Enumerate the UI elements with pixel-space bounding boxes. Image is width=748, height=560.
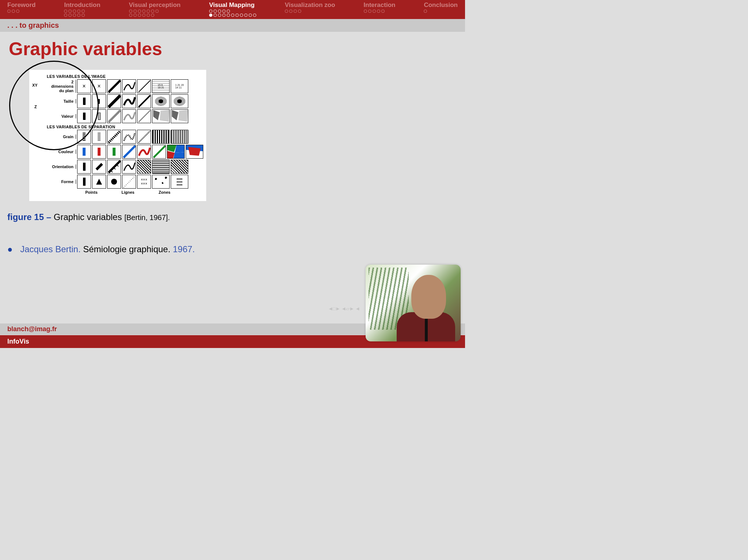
progress-dot xyxy=(424,10,427,13)
reference-author: Jacques Bertin. xyxy=(20,244,80,254)
cell xyxy=(152,160,170,174)
progress-dot xyxy=(231,14,234,17)
cell xyxy=(137,160,151,174)
nav-label: Conclusion xyxy=(424,1,458,9)
progress-dot xyxy=(64,14,67,17)
cell xyxy=(152,109,170,123)
progress-dot xyxy=(209,14,212,17)
nav-item-interaction[interactable]: Interaction xyxy=(364,1,396,17)
progress-dot xyxy=(133,10,137,13)
cell xyxy=(122,175,136,189)
cell xyxy=(137,94,151,108)
cell xyxy=(77,160,91,174)
cell xyxy=(152,175,170,189)
progress-dot xyxy=(368,10,371,13)
progress-dot xyxy=(155,10,159,13)
cell xyxy=(167,145,185,159)
webcam-zipper xyxy=(425,316,428,341)
nav-item-introduction[interactable]: Introduction xyxy=(64,1,100,17)
cell xyxy=(77,130,91,144)
progress-dot xyxy=(129,14,132,17)
cell xyxy=(92,145,106,159)
cell xyxy=(107,130,121,144)
progress-dot xyxy=(73,10,76,13)
figure-caption-text: Graphic variables xyxy=(54,212,122,222)
progress-dot xyxy=(240,14,243,17)
svg-line-2 xyxy=(109,95,120,107)
cell xyxy=(122,79,136,93)
cell xyxy=(77,145,91,159)
cell xyxy=(137,109,151,123)
progress-dot xyxy=(249,14,252,17)
nav-prev-section-icon[interactable]: ◀ ▱ ▶ xyxy=(342,306,353,311)
progress-dot xyxy=(364,10,367,13)
row-label-valeur: Valeur xyxy=(32,114,76,118)
progress-dot xyxy=(142,14,146,17)
progress-dot xyxy=(227,10,230,13)
bertin-diagram: LES VARIABLES DE L'IMAGE XY 2 dimensions… xyxy=(29,70,206,201)
nav-item-foreword[interactable]: Foreword xyxy=(7,1,35,17)
cell xyxy=(152,94,170,108)
progress-dot xyxy=(289,10,292,13)
nav-label: Foreword xyxy=(7,1,35,9)
progress-dot xyxy=(82,10,85,13)
cell xyxy=(186,145,203,159)
nav-item-visualization-zoo[interactable]: Visualization zoo xyxy=(285,1,335,17)
xy-axis-label: XY xyxy=(32,83,38,87)
diagram-section1-label: LES VARIABLES DE L'IMAGE xyxy=(47,74,203,79)
nav-item-visual-mapping[interactable]: Visual Mapping xyxy=(209,1,256,17)
figure-citation: [Bertin, 1967]. xyxy=(124,213,170,222)
progress-dot xyxy=(294,10,297,13)
slide-nav-icons[interactable]: ◀ □ ▶ ◀ ▱ ▶ ◀ xyxy=(329,306,359,311)
cell xyxy=(107,160,121,174)
cell xyxy=(92,109,106,123)
row-label-couleur: Couleur xyxy=(32,150,76,154)
progress-dot xyxy=(222,10,226,13)
column-labels: Points Lignes Zones xyxy=(79,190,203,194)
progress-dot xyxy=(133,14,137,17)
row-label-orientation: Orientation xyxy=(32,164,76,169)
figure-caption: figure 15 – Graphic variables [Bertin, 1… xyxy=(7,212,465,222)
nav-label: Visualization zoo xyxy=(285,1,335,9)
z-axis-label: Z xyxy=(34,105,37,109)
cell xyxy=(107,94,121,108)
nav-prev-slide-icon[interactable]: ◀ □ ▶ xyxy=(329,306,339,311)
nav-item-conclusion[interactable]: Conclusion xyxy=(424,1,458,17)
progress-dot xyxy=(64,10,67,13)
progress-dot xyxy=(142,10,146,13)
bullet-icon: ● xyxy=(7,244,13,254)
svg-marker-8 xyxy=(172,110,178,120)
progress-dot xyxy=(373,10,376,13)
svg-line-10 xyxy=(109,131,120,143)
svg-line-12 xyxy=(124,146,135,158)
breadcrumb-subheading: . . . to graphics xyxy=(0,19,465,32)
figure-area: LES VARIABLES DE L'IMAGE XY 2 dimensions… xyxy=(29,70,190,201)
progress-dot xyxy=(147,10,150,13)
cell xyxy=(77,175,91,189)
nav-prev-subsection-icon[interactable]: ◀ xyxy=(356,306,359,311)
cell xyxy=(122,130,136,144)
nav-item-visual-perception[interactable]: Visual perception xyxy=(129,1,181,17)
top-nav: ForewordIntroductionVisual perceptionVis… xyxy=(0,0,465,19)
progress-dot xyxy=(77,14,80,17)
row-label-xy: 2 dimensions du plan xyxy=(32,80,76,93)
progress-dot xyxy=(68,10,72,13)
svg-marker-7 xyxy=(160,110,169,122)
svg-marker-17 xyxy=(173,152,184,159)
presenter-webcam xyxy=(366,265,461,341)
svg-marker-6 xyxy=(153,110,160,120)
cell xyxy=(92,130,106,144)
col-zones: Zones xyxy=(152,190,177,194)
progress-dot xyxy=(285,10,288,13)
cell xyxy=(137,145,151,159)
nav-label: Introduction xyxy=(64,1,100,9)
progress-dot xyxy=(129,10,132,13)
progress-dot xyxy=(138,14,141,17)
svg-line-3 xyxy=(139,95,150,107)
progress-dot xyxy=(16,10,19,13)
cell: × xyxy=(77,79,91,93)
progress-dot xyxy=(151,10,154,13)
progress-dot xyxy=(218,14,221,17)
cell xyxy=(107,175,121,189)
row-label-forme: Forme xyxy=(32,179,76,184)
